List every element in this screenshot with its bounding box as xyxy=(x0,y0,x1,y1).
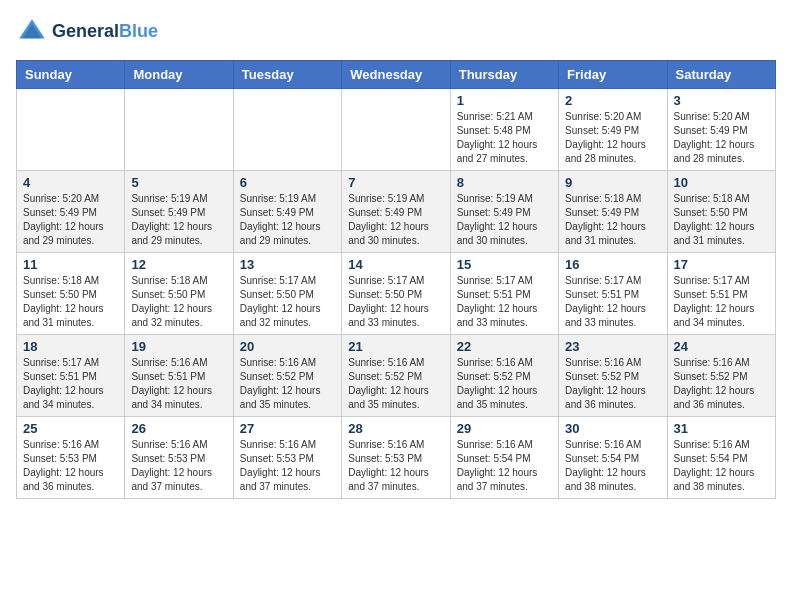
day-number: 17 xyxy=(674,257,769,272)
calendar-cell: 4Sunrise: 5:20 AM Sunset: 5:49 PM Daylig… xyxy=(17,171,125,253)
day-number: 22 xyxy=(457,339,552,354)
day-info: Sunrise: 5:17 AM Sunset: 5:51 PM Dayligh… xyxy=(23,356,118,412)
day-info: Sunrise: 5:19 AM Sunset: 5:49 PM Dayligh… xyxy=(240,192,335,248)
calendar-table: SundayMondayTuesdayWednesdayThursdayFrid… xyxy=(16,60,776,499)
day-info: Sunrise: 5:19 AM Sunset: 5:49 PM Dayligh… xyxy=(348,192,443,248)
day-number: 2 xyxy=(565,93,660,108)
week-row-4: 18Sunrise: 5:17 AM Sunset: 5:51 PM Dayli… xyxy=(17,335,776,417)
calendar-cell: 16Sunrise: 5:17 AM Sunset: 5:51 PM Dayli… xyxy=(559,253,667,335)
day-number: 4 xyxy=(23,175,118,190)
day-number: 16 xyxy=(565,257,660,272)
day-info: Sunrise: 5:20 AM Sunset: 5:49 PM Dayligh… xyxy=(674,110,769,166)
weekday-header-wednesday: Wednesday xyxy=(342,61,450,89)
calendar-cell: 7Sunrise: 5:19 AM Sunset: 5:49 PM Daylig… xyxy=(342,171,450,253)
day-info: Sunrise: 5:16 AM Sunset: 5:52 PM Dayligh… xyxy=(348,356,443,412)
logo-text: GeneralBlue xyxy=(52,22,158,42)
day-info: Sunrise: 5:16 AM Sunset: 5:52 PM Dayligh… xyxy=(240,356,335,412)
day-number: 30 xyxy=(565,421,660,436)
day-info: Sunrise: 5:16 AM Sunset: 5:54 PM Dayligh… xyxy=(457,438,552,494)
calendar-cell: 24Sunrise: 5:16 AM Sunset: 5:52 PM Dayli… xyxy=(667,335,775,417)
day-info: Sunrise: 5:17 AM Sunset: 5:50 PM Dayligh… xyxy=(240,274,335,330)
calendar-cell: 17Sunrise: 5:17 AM Sunset: 5:51 PM Dayli… xyxy=(667,253,775,335)
calendar-cell: 29Sunrise: 5:16 AM Sunset: 5:54 PM Dayli… xyxy=(450,417,558,499)
weekday-header-saturday: Saturday xyxy=(667,61,775,89)
day-number: 26 xyxy=(131,421,226,436)
day-number: 14 xyxy=(348,257,443,272)
day-number: 9 xyxy=(565,175,660,190)
day-info: Sunrise: 5:16 AM Sunset: 5:54 PM Dayligh… xyxy=(565,438,660,494)
day-number: 20 xyxy=(240,339,335,354)
weekday-header-row: SundayMondayTuesdayWednesdayThursdayFrid… xyxy=(17,61,776,89)
weekday-header-monday: Monday xyxy=(125,61,233,89)
calendar-cell: 5Sunrise: 5:19 AM Sunset: 5:49 PM Daylig… xyxy=(125,171,233,253)
calendar-cell: 19Sunrise: 5:16 AM Sunset: 5:51 PM Dayli… xyxy=(125,335,233,417)
calendar-cell: 20Sunrise: 5:16 AM Sunset: 5:52 PM Dayli… xyxy=(233,335,341,417)
day-info: Sunrise: 5:19 AM Sunset: 5:49 PM Dayligh… xyxy=(457,192,552,248)
calendar-cell: 8Sunrise: 5:19 AM Sunset: 5:49 PM Daylig… xyxy=(450,171,558,253)
weekday-header-thursday: Thursday xyxy=(450,61,558,89)
calendar-cell: 13Sunrise: 5:17 AM Sunset: 5:50 PM Dayli… xyxy=(233,253,341,335)
day-number: 1 xyxy=(457,93,552,108)
day-number: 5 xyxy=(131,175,226,190)
calendar-cell: 11Sunrise: 5:18 AM Sunset: 5:50 PM Dayli… xyxy=(17,253,125,335)
calendar-cell xyxy=(233,89,341,171)
day-number: 6 xyxy=(240,175,335,190)
logo: GeneralBlue xyxy=(16,16,158,48)
day-info: Sunrise: 5:18 AM Sunset: 5:50 PM Dayligh… xyxy=(674,192,769,248)
week-row-5: 25Sunrise: 5:16 AM Sunset: 5:53 PM Dayli… xyxy=(17,417,776,499)
calendar-cell xyxy=(342,89,450,171)
calendar-cell: 23Sunrise: 5:16 AM Sunset: 5:52 PM Dayli… xyxy=(559,335,667,417)
calendar-cell: 1Sunrise: 5:21 AM Sunset: 5:48 PM Daylig… xyxy=(450,89,558,171)
day-number: 12 xyxy=(131,257,226,272)
day-number: 21 xyxy=(348,339,443,354)
day-info: Sunrise: 5:17 AM Sunset: 5:50 PM Dayligh… xyxy=(348,274,443,330)
day-info: Sunrise: 5:20 AM Sunset: 5:49 PM Dayligh… xyxy=(565,110,660,166)
week-row-3: 11Sunrise: 5:18 AM Sunset: 5:50 PM Dayli… xyxy=(17,253,776,335)
day-info: Sunrise: 5:17 AM Sunset: 5:51 PM Dayligh… xyxy=(457,274,552,330)
day-info: Sunrise: 5:20 AM Sunset: 5:49 PM Dayligh… xyxy=(23,192,118,248)
calendar-cell xyxy=(17,89,125,171)
day-number: 11 xyxy=(23,257,118,272)
calendar-cell: 2Sunrise: 5:20 AM Sunset: 5:49 PM Daylig… xyxy=(559,89,667,171)
weekday-header-tuesday: Tuesday xyxy=(233,61,341,89)
day-info: Sunrise: 5:19 AM Sunset: 5:49 PM Dayligh… xyxy=(131,192,226,248)
day-info: Sunrise: 5:17 AM Sunset: 5:51 PM Dayligh… xyxy=(565,274,660,330)
day-info: Sunrise: 5:16 AM Sunset: 5:52 PM Dayligh… xyxy=(674,356,769,412)
calendar-cell: 30Sunrise: 5:16 AM Sunset: 5:54 PM Dayli… xyxy=(559,417,667,499)
calendar-cell: 31Sunrise: 5:16 AM Sunset: 5:54 PM Dayli… xyxy=(667,417,775,499)
calendar-cell: 22Sunrise: 5:16 AM Sunset: 5:52 PM Dayli… xyxy=(450,335,558,417)
day-number: 7 xyxy=(348,175,443,190)
day-number: 3 xyxy=(674,93,769,108)
day-number: 31 xyxy=(674,421,769,436)
page-header: GeneralBlue xyxy=(16,16,776,48)
day-info: Sunrise: 5:16 AM Sunset: 5:52 PM Dayligh… xyxy=(457,356,552,412)
calendar-cell: 18Sunrise: 5:17 AM Sunset: 5:51 PM Dayli… xyxy=(17,335,125,417)
day-number: 19 xyxy=(131,339,226,354)
calendar-cell: 3Sunrise: 5:20 AM Sunset: 5:49 PM Daylig… xyxy=(667,89,775,171)
calendar-cell: 27Sunrise: 5:16 AM Sunset: 5:53 PM Dayli… xyxy=(233,417,341,499)
day-number: 18 xyxy=(23,339,118,354)
calendar-cell: 28Sunrise: 5:16 AM Sunset: 5:53 PM Dayli… xyxy=(342,417,450,499)
logo-icon xyxy=(16,16,48,48)
calendar-cell xyxy=(125,89,233,171)
day-info: Sunrise: 5:16 AM Sunset: 5:53 PM Dayligh… xyxy=(240,438,335,494)
day-number: 24 xyxy=(674,339,769,354)
day-info: Sunrise: 5:18 AM Sunset: 5:50 PM Dayligh… xyxy=(131,274,226,330)
calendar-cell: 21Sunrise: 5:16 AM Sunset: 5:52 PM Dayli… xyxy=(342,335,450,417)
day-info: Sunrise: 5:16 AM Sunset: 5:51 PM Dayligh… xyxy=(131,356,226,412)
calendar-cell: 26Sunrise: 5:16 AM Sunset: 5:53 PM Dayli… xyxy=(125,417,233,499)
calendar-cell: 14Sunrise: 5:17 AM Sunset: 5:50 PM Dayli… xyxy=(342,253,450,335)
day-number: 15 xyxy=(457,257,552,272)
day-number: 10 xyxy=(674,175,769,190)
day-info: Sunrise: 5:16 AM Sunset: 5:53 PM Dayligh… xyxy=(131,438,226,494)
week-row-2: 4Sunrise: 5:20 AM Sunset: 5:49 PM Daylig… xyxy=(17,171,776,253)
calendar-cell: 25Sunrise: 5:16 AM Sunset: 5:53 PM Dayli… xyxy=(17,417,125,499)
day-number: 13 xyxy=(240,257,335,272)
day-info: Sunrise: 5:16 AM Sunset: 5:52 PM Dayligh… xyxy=(565,356,660,412)
week-row-1: 1Sunrise: 5:21 AM Sunset: 5:48 PM Daylig… xyxy=(17,89,776,171)
day-number: 29 xyxy=(457,421,552,436)
day-number: 8 xyxy=(457,175,552,190)
calendar-cell: 6Sunrise: 5:19 AM Sunset: 5:49 PM Daylig… xyxy=(233,171,341,253)
day-number: 27 xyxy=(240,421,335,436)
weekday-header-friday: Friday xyxy=(559,61,667,89)
